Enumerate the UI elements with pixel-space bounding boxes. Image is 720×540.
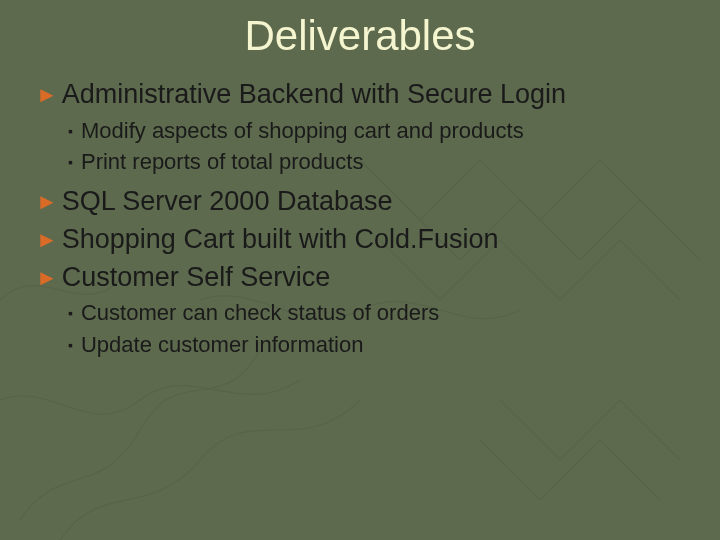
square-icon: ▪ [68, 336, 73, 355]
bullet-text: Customer Self Service [62, 262, 331, 292]
bullet-level1: ►Customer Self Service [36, 261, 700, 295]
triangle-icon: ► [36, 188, 58, 216]
square-icon: ▪ [68, 304, 73, 323]
bullet-level2: ▪Print reports of total products [68, 147, 700, 177]
bullet-text: Modify aspects of shopping cart and prod… [81, 118, 524, 143]
bullet-level1: ►Administrative Backend with Secure Logi… [36, 78, 700, 112]
bullet-text: SQL Server 2000 Database [62, 186, 393, 216]
bullet-text: Update customer information [81, 332, 363, 357]
bullet-level1: ►Shopping Cart built with Cold.Fusion [36, 223, 700, 257]
bullet-level2: ▪Customer can check status of orders [68, 298, 700, 328]
slide-title: Deliverables [0, 12, 720, 60]
bullet-text: Customer can check status of orders [81, 300, 439, 325]
bullet-level1: ►SQL Server 2000 Database [36, 185, 700, 219]
bullet-list: ►Administrative Backend with Secure Logi… [0, 78, 720, 360]
bullet-text: Shopping Cart built with Cold.Fusion [62, 224, 499, 254]
bullet-text: Administrative Backend with Secure Login [62, 79, 566, 109]
triangle-icon: ► [36, 226, 58, 254]
bullet-text: Print reports of total products [81, 149, 363, 174]
square-icon: ▪ [68, 122, 73, 141]
square-icon: ▪ [68, 153, 73, 172]
triangle-icon: ► [36, 81, 58, 109]
triangle-icon: ► [36, 264, 58, 292]
bullet-level2: ▪Modify aspects of shopping cart and pro… [68, 116, 700, 146]
bullet-level2: ▪Update customer information [68, 330, 700, 360]
